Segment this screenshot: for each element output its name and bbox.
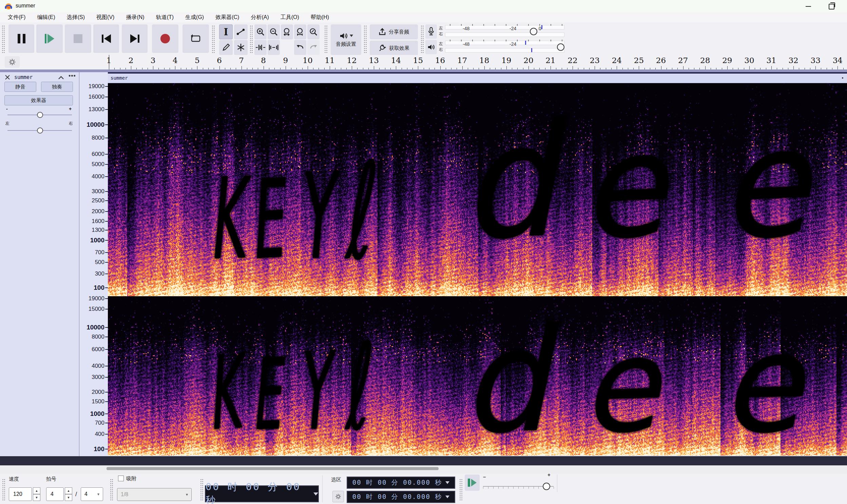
beats-up-icon[interactable]: ▲ bbox=[65, 487, 72, 494]
menu-item[interactable]: 生成(G) bbox=[179, 12, 210, 22]
pause-button[interactable] bbox=[8, 24, 34, 53]
multi-tool-button[interactable] bbox=[234, 40, 248, 55]
dropdown-arrow-icon bbox=[350, 35, 353, 37]
record-button[interactable] bbox=[152, 24, 178, 53]
zoom-toggle-button[interactable] bbox=[307, 24, 319, 39]
selection-label: 选区 bbox=[331, 476, 341, 483]
ibeam-icon: I bbox=[224, 27, 228, 37]
frequency-tick bbox=[105, 287, 108, 288]
zoom-in-button[interactable] bbox=[254, 24, 266, 39]
restore-icon bbox=[829, 4, 834, 10]
frequency-label: 6000 bbox=[91, 151, 104, 158]
menu-item[interactable]: 分析(A) bbox=[245, 12, 274, 22]
menu-item[interactable]: 工具(O) bbox=[275, 12, 305, 22]
transport-grip[interactable] bbox=[2, 25, 5, 53]
pan-slider-thumb[interactable] bbox=[37, 127, 43, 133]
track-name[interactable]: summer bbox=[14, 74, 33, 80]
redo-button[interactable] bbox=[307, 40, 319, 55]
track-menu-button[interactable]: ••• bbox=[69, 73, 76, 80]
skip-to-start-button[interactable] bbox=[93, 24, 119, 53]
selection-format-dropdown-icon[interactable] bbox=[445, 496, 449, 498]
trim-audio-button[interactable] bbox=[254, 40, 266, 55]
time-signature-unit-select[interactable]: 4▾ bbox=[81, 487, 103, 501]
record-meter-button[interactable] bbox=[425, 24, 437, 39]
tempo-input[interactable]: 120 bbox=[9, 487, 32, 501]
window-title: summer bbox=[16, 3, 35, 9]
menu-item[interactable]: 编辑(E) bbox=[31, 12, 61, 22]
undo-button[interactable] bbox=[294, 40, 306, 55]
track-collapse-icon[interactable] bbox=[58, 75, 65, 80]
timedisplay-grip[interactable] bbox=[200, 479, 204, 500]
tempo-down-icon[interactable]: ▼ bbox=[33, 494, 40, 501]
menu-item[interactable]: 文件(F) bbox=[2, 12, 31, 22]
zoom-out-button[interactable] bbox=[267, 24, 280, 39]
audio-setup-grip[interactable] bbox=[324, 25, 328, 53]
play-at-speed-button[interactable] bbox=[465, 474, 480, 491]
effects-button[interactable]: 效果器 bbox=[4, 95, 73, 105]
draw-tool-button[interactable] bbox=[219, 40, 233, 55]
tempo-spinner[interactable]: ▲▼ bbox=[33, 487, 40, 501]
audio-setup-button[interactable]: 音频设置 bbox=[331, 24, 361, 55]
menu-item[interactable]: 帮助(H) bbox=[305, 12, 335, 22]
playback-volume-slider-thumb[interactable] bbox=[557, 43, 565, 51]
time-display[interactable]: 00 时 00 分 00 秒 bbox=[205, 485, 319, 502]
minimize-button[interactable] bbox=[800, 3, 816, 10]
zoom-grip[interactable] bbox=[250, 25, 253, 53]
share-grip[interactable] bbox=[364, 25, 367, 53]
horizontal-scrollbar-thumb[interactable] bbox=[106, 467, 438, 470]
timeline-options-button[interactable] bbox=[5, 56, 20, 68]
stop-button[interactable] bbox=[65, 24, 91, 53]
record-gain-slider-thumb[interactable] bbox=[530, 28, 537, 35]
menu-item[interactable]: 视图(V) bbox=[90, 12, 120, 22]
frequency-tick bbox=[105, 221, 108, 222]
menu-item[interactable]: 轨道(T) bbox=[150, 12, 179, 22]
selection-start-display[interactable]: 00 时 00 分 00.000 秒 bbox=[347, 476, 455, 489]
restore-button[interactable] bbox=[824, 3, 839, 10]
snap-interval-select[interactable]: 1/8▾ bbox=[117, 488, 192, 501]
play-speed-slider-thumb[interactable] bbox=[543, 483, 550, 490]
envelope-tool-button[interactable] bbox=[234, 24, 248, 39]
playspeed-grip[interactable] bbox=[459, 479, 463, 500]
play-button[interactable] bbox=[36, 24, 63, 53]
snap-toolbar-grip[interactable] bbox=[110, 479, 113, 500]
time-toolbar-grip[interactable] bbox=[2, 479, 5, 500]
mute-button[interactable]: 静音 bbox=[4, 82, 36, 92]
snap-checkbox[interactable] bbox=[118, 475, 124, 481]
meter-grip[interactable] bbox=[421, 25, 424, 53]
time-signature-spinner[interactable]: ▲▼ bbox=[65, 487, 72, 501]
time-format-dropdown-icon[interactable] bbox=[313, 492, 318, 496]
selection-format-dropdown-icon[interactable] bbox=[445, 481, 449, 484]
selection-options-button[interactable] bbox=[332, 491, 344, 502]
solo-button[interactable]: 独奏 bbox=[41, 82, 73, 92]
timeline-ruler[interactable]: 1234567891011121314151617181920212223242… bbox=[108, 55, 847, 70]
selection-end-display[interactable]: 00 时 00 分 00.000 秒 bbox=[347, 491, 455, 503]
playhead-cursor bbox=[109, 55, 109, 70]
tools-grip[interactable] bbox=[212, 25, 215, 53]
vertical-frequency-ruler[interactable]: 1900016000130001000080006000500040003000… bbox=[80, 72, 108, 456]
ruler-tick bbox=[352, 66, 352, 70]
fit-project-button[interactable] bbox=[294, 24, 306, 39]
menu-item[interactable]: 播录(N) bbox=[120, 12, 150, 22]
playback-meter-button[interactable] bbox=[425, 40, 437, 54]
frequency-label: 10000 bbox=[86, 121, 104, 128]
frequency-tick bbox=[105, 414, 108, 414]
menu-item[interactable]: 选择(S) bbox=[61, 12, 90, 22]
menu-item[interactable]: 效果器(C) bbox=[210, 12, 245, 22]
silence-audio-button[interactable] bbox=[267, 40, 280, 55]
ruler-tick bbox=[308, 66, 308, 70]
tempo-up-icon[interactable]: ▲ bbox=[33, 487, 40, 494]
get-effects-button[interactable]: 获取效果 bbox=[370, 41, 418, 56]
clip-header[interactable]: summer bbox=[108, 72, 847, 84]
share-audio-button[interactable]: 分享音频 bbox=[370, 24, 418, 39]
ruler-number: 26 bbox=[656, 56, 666, 65]
gain-slider-thumb[interactable] bbox=[37, 112, 43, 118]
skip-to-end-button[interactable] bbox=[122, 24, 148, 53]
track-close-button[interactable] bbox=[5, 75, 10, 80]
zoom-to-selection-button[interactable] bbox=[281, 24, 293, 39]
spectrogram-channel-1[interactable] bbox=[108, 84, 847, 296]
spectrogram-channel-2[interactable] bbox=[108, 296, 847, 455]
time-signature-beats-input[interactable]: 4 bbox=[46, 487, 64, 501]
loop-button[interactable] bbox=[183, 24, 209, 53]
beats-down-icon[interactable]: ▼ bbox=[65, 494, 72, 501]
selection-tool-button[interactable]: I bbox=[219, 24, 233, 39]
